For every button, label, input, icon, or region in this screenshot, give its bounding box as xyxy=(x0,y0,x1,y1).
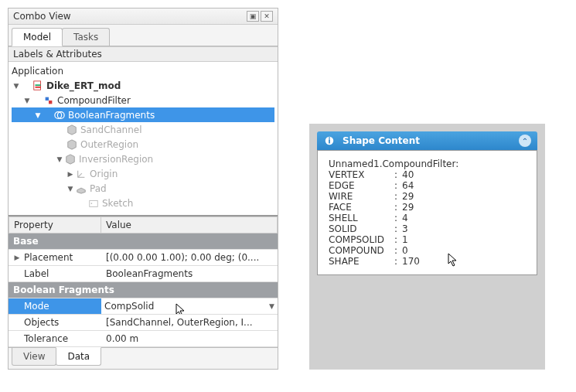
tree-label: Sketch xyxy=(102,198,133,209)
shape-row: COMPSOLID: 1 xyxy=(329,234,526,245)
prop-value[interactable]: [(0.00 0.00 1.00); 0.00 deg; (0.... xyxy=(101,250,278,266)
tab-tasks[interactable]: Tasks xyxy=(62,28,110,46)
shape-row: SOLID: 3 xyxy=(329,223,526,234)
prop-value[interactable]: 0.00 m xyxy=(101,331,278,347)
sketch-icon xyxy=(87,197,100,210)
shape-key: EDGE xyxy=(329,180,394,191)
info-icon xyxy=(323,135,336,147)
shape-key: WIRE xyxy=(329,191,394,202)
tab-data[interactable]: Data xyxy=(56,347,101,366)
dock-icon[interactable]: ▣ xyxy=(247,11,259,22)
mode-value: CompSolid xyxy=(104,301,154,312)
tree-row-origin[interactable]: ▶ Origin xyxy=(12,166,274,181)
shape-value: 0 xyxy=(402,245,408,256)
collapse-icon[interactable]: ⌃ xyxy=(519,135,531,147)
prop-row-mode[interactable]: Mode CompSolid ▼ xyxy=(9,298,278,315)
tree-row-inversionregion[interactable]: ▼ InversionRegion xyxy=(12,152,274,166)
svg-rect-11 xyxy=(329,138,330,139)
tabs-bottom: View Data xyxy=(9,347,278,369)
shape-value: 4 xyxy=(402,213,408,223)
shape-key: COMPSOLID xyxy=(329,234,394,245)
shape-row: FACE: 29 xyxy=(329,202,526,213)
shape-row: COMPOUND: 0 xyxy=(329,245,526,256)
cursor-icon xyxy=(448,253,458,267)
svg-rect-2 xyxy=(36,86,41,87)
shape-value: 29 xyxy=(402,191,414,202)
shape-key: COMPOUND xyxy=(329,245,394,256)
tabs-top: Model Tasks xyxy=(9,25,278,46)
shape-row: EDGE: 64 xyxy=(329,180,526,191)
panel-title: Combo View xyxy=(13,11,247,22)
shape-key: SHAPE xyxy=(329,256,394,267)
chevron-down-icon[interactable]: ▼ xyxy=(269,302,274,310)
shape-row: SHELL: 4 xyxy=(329,213,526,223)
boolean-fragments-icon xyxy=(53,109,66,121)
chevron-down-icon[interactable]: ▼ xyxy=(66,185,75,193)
svg-rect-4 xyxy=(49,101,52,104)
prop-value[interactable]: BooleanFragments xyxy=(101,266,278,282)
chevron-down-icon[interactable]: ▼ xyxy=(55,155,64,163)
shape-value: 64 xyxy=(402,180,414,191)
col-value[interactable]: Value xyxy=(101,216,278,233)
cursor-icon xyxy=(176,303,186,315)
tree-label: Origin xyxy=(90,169,118,179)
shape-content-titlebar[interactable]: Shape Content ⌃ xyxy=(317,131,537,150)
origin-icon xyxy=(75,168,87,180)
labels-attributes-header: Labels & Attributes xyxy=(9,46,278,62)
tree-label: OuterRegion xyxy=(80,139,138,150)
svg-rect-1 xyxy=(36,84,41,86)
prop-value[interactable]: [SandChannel, OuterRegion, I... xyxy=(101,315,278,331)
prop-row-tolerance[interactable]: Tolerance 0.00 m xyxy=(9,331,278,347)
shape-object-name: Unnamed1.CompoundFilter: xyxy=(329,159,526,169)
shape-key: VERTEX xyxy=(329,169,394,180)
prop-row-placement[interactable]: ▶Placement [(0.00 0.00 1.00); 0.00 deg; … xyxy=(9,250,278,266)
tree-row-sandchannel[interactable]: SandChannel xyxy=(12,122,274,137)
tab-model[interactable]: Model xyxy=(12,28,63,46)
tree-label: Application xyxy=(12,66,63,77)
tree-label: InversionRegion xyxy=(79,154,153,165)
tab-view[interactable]: View xyxy=(12,348,56,366)
shape-key: SHELL xyxy=(329,213,394,223)
prop-row-objects[interactable]: Objects [SandChannel, OuterRegion, I... xyxy=(9,315,278,331)
tree-row-pad[interactable]: ▼ Pad xyxy=(12,181,274,196)
col-property[interactable]: Property xyxy=(9,216,101,233)
tree-label: BooleanFragments xyxy=(68,110,155,121)
close-icon[interactable]: ✕ xyxy=(261,11,273,22)
shape-value: 3 xyxy=(402,223,408,234)
shape-value: 29 xyxy=(402,202,414,213)
tree-row-root[interactable]: ▼ Dike_ERT_mod xyxy=(12,78,274,93)
tree-row-boolean-fragments[interactable]: ▼ BooleanFragments xyxy=(12,107,274,122)
chevron-down-icon[interactable]: ▼ xyxy=(22,97,32,104)
prop-group-base: Base xyxy=(9,233,278,250)
shape-row: VERTEX: 40 xyxy=(329,169,526,180)
cube-icon xyxy=(66,138,78,151)
document-icon xyxy=(32,80,44,92)
chevron-down-icon[interactable]: ▼ xyxy=(12,82,21,90)
compound-filter-icon xyxy=(43,94,55,107)
svg-rect-10 xyxy=(329,139,330,143)
tree-row-compound[interactable]: ▼ CompoundFilter xyxy=(12,93,274,107)
shape-content-panel: Shape Content ⌃ Unnamed1.CompoundFilter:… xyxy=(309,124,545,370)
shape-value: 1 xyxy=(402,234,408,245)
shape-value: 170 xyxy=(402,256,420,267)
cube-icon xyxy=(66,124,78,136)
property-editor: Property Value Base ▶Placement [(0.00 0.… xyxy=(9,215,278,347)
prop-group-boolf: Boolean Fragments xyxy=(9,282,278,298)
tree-row-sketch[interactable]: Sketch xyxy=(12,196,274,210)
mode-combobox[interactable]: CompSolid ▼ xyxy=(101,298,278,315)
tree-label: CompoundFilter xyxy=(57,95,131,106)
tree-row-outerregion[interactable]: OuterRegion xyxy=(12,137,274,152)
chevron-right-icon[interactable]: ▶ xyxy=(66,170,75,178)
tree-label: Pad xyxy=(90,183,107,194)
svg-rect-3 xyxy=(46,97,49,100)
chevron-down-icon[interactable]: ▼ xyxy=(33,111,43,119)
prop-row-label[interactable]: Label BooleanFragments xyxy=(9,266,278,282)
tree-row-application[interactable]: Application xyxy=(12,63,274,78)
shape-row: SHAPE: 170 xyxy=(329,256,526,267)
chevron-right-icon[interactable]: ▶ xyxy=(13,254,21,261)
tree-view[interactable]: Application ▼ Dike_ERT_mod ▼ CompoundFil… xyxy=(9,62,278,215)
combo-view-panel: Combo View ▣ ✕ Model Tasks Labels & Attr… xyxy=(8,8,278,370)
tree-label: Dike_ERT_mod xyxy=(46,80,121,91)
shape-key: SOLID xyxy=(329,223,394,234)
panel-titlebar[interactable]: Combo View ▣ ✕ xyxy=(9,9,278,25)
